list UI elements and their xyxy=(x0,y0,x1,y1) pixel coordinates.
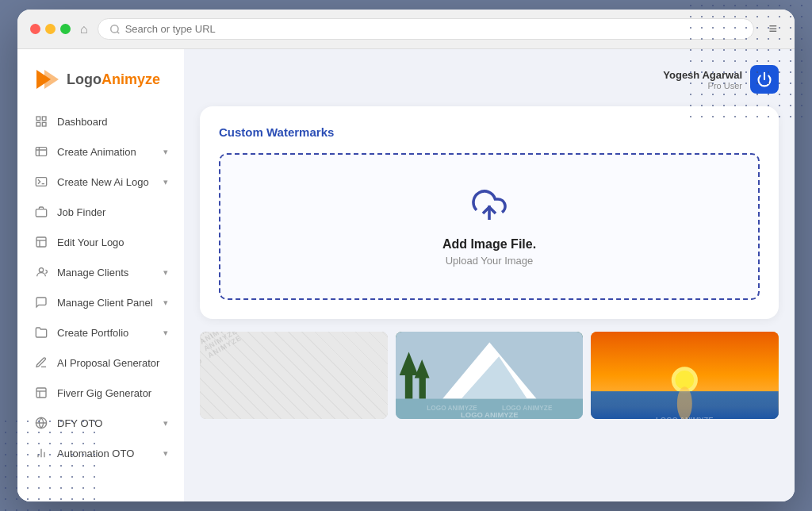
logo-text-animyze: Animyze xyxy=(102,71,160,87)
logo-icon xyxy=(33,65,62,94)
sidebar-item-create-animation-label: Create Animation xyxy=(57,146,136,158)
svg-rect-8 xyxy=(36,178,46,186)
sidebar-item-create-animation[interactable]: Create Animation ▾ xyxy=(17,136,184,167)
thumbnail-watermark[interactable]: LOGO ANIMYZE LOGO ANIMYZE LOGO ANIMYZE L… xyxy=(200,332,388,419)
svg-rect-11 xyxy=(36,237,46,247)
sidebar-item-ai-proposal-label: AI Proposal Generator xyxy=(57,357,159,369)
sidebar-item-edit-logo[interactable]: Edit Your Logo xyxy=(17,227,184,257)
svg-rect-5 xyxy=(42,122,46,126)
home-icon[interactable]: ⌂ xyxy=(80,22,88,36)
sidebar-item-job-finder-label: Job Finder xyxy=(57,206,105,218)
sidebar-item-automation-label: Automation OTO xyxy=(57,448,134,459)
dot-green[interactable] xyxy=(60,24,71,34)
thumbnail-sunset[interactable]: LOGO ANIMYZE xyxy=(591,332,779,419)
svg-point-12 xyxy=(39,268,43,272)
dot-yellow[interactable] xyxy=(45,24,56,34)
user-avatar[interactable] xyxy=(750,65,779,94)
upload-cloud-icon xyxy=(470,186,508,228)
svg-text:LOGO ANIMYZE: LOGO ANIMYZE xyxy=(502,405,553,412)
svg-text:LOGO ANIMYZE: LOGO ANIMYZE xyxy=(656,415,714,419)
sidebar-item-ai-proposal[interactable]: AI Proposal Generator xyxy=(17,348,184,378)
chevron-down-icon-5: ▾ xyxy=(163,328,168,338)
main-content: Yogesh Agarwal Pro User Custom Watermark… xyxy=(184,49,795,501)
sidebar-item-dashboard[interactable]: Dashboard xyxy=(17,106,184,136)
search-icon xyxy=(109,24,121,35)
sidebar-item-client-panel-label: Manage Client Panel xyxy=(57,297,153,309)
sidebar-nav: Dashboard Create Animation ▾ Create New … xyxy=(17,106,184,468)
automation-icon xyxy=(33,445,49,461)
user-role: Pro User xyxy=(663,81,742,90)
svg-rect-10 xyxy=(36,209,46,217)
browser-chrome: ⌂ ≡ xyxy=(17,10,795,49)
sidebar: LogoAnimyze Dashboard Create Animation ▾ xyxy=(17,49,184,501)
sidebar-item-create-portfolio[interactable]: Create Portfolio ▾ xyxy=(17,317,184,348)
chevron-down-icon-6: ▾ xyxy=(163,418,168,428)
sidebar-item-portfolio-label: Create Portfolio xyxy=(57,327,128,339)
dfy-icon xyxy=(33,415,49,431)
proposal-icon xyxy=(33,355,49,371)
browser-window: ⌂ ≡ LogoAnimyze xyxy=(17,10,795,501)
sidebar-item-job-finder[interactable]: Job Finder xyxy=(17,197,184,227)
app-layout: LogoAnimyze Dashboard Create Animation ▾ xyxy=(17,49,795,501)
address-bar xyxy=(98,18,755,40)
user-name: Yogesh Agarwal xyxy=(663,69,742,81)
svg-rect-3 xyxy=(36,117,40,121)
animation-icon xyxy=(33,144,49,159)
upload-subtitle: Upload Your Image xyxy=(446,255,534,267)
thumbnail-landscape[interactable]: LOGO ANIMYZE LOGO ANIMYZE LOGO ANIMYZE xyxy=(396,332,584,419)
hamburger-icon[interactable]: ≡ xyxy=(764,17,782,40)
main-header: Yogesh Agarwal Pro User xyxy=(200,65,779,94)
chevron-down-icon: ▾ xyxy=(163,147,168,157)
svg-rect-13 xyxy=(36,388,46,398)
chevron-down-icon-4: ▾ xyxy=(163,298,168,308)
logo-text-logo: Logo xyxy=(67,71,102,87)
sidebar-item-manage-clients[interactable]: Manage Clients ▾ xyxy=(17,257,184,287)
thumbnails-row: LOGO ANIMYZE LOGO ANIMYZE LOGO ANIMYZE L… xyxy=(200,332,779,419)
chevron-down-icon-2: ▾ xyxy=(163,177,168,187)
sidebar-item-manage-clients-label: Manage Clients xyxy=(57,267,128,279)
job-finder-icon xyxy=(33,204,49,220)
svg-rect-7 xyxy=(36,148,46,156)
svg-text:LOGO ANIMYZE: LOGO ANIMYZE xyxy=(461,410,519,419)
sidebar-item-fiverr-gig[interactable]: Fiverr Gig Generator xyxy=(17,378,184,408)
url-input[interactable] xyxy=(125,23,743,35)
sidebar-item-create-ai-logo[interactable]: Create New Ai Logo ▾ xyxy=(17,167,184,197)
ai-logo-icon xyxy=(33,174,49,190)
upload-title: Add Image File. xyxy=(442,237,536,252)
client-panel-icon xyxy=(33,294,49,310)
svg-rect-4 xyxy=(42,117,46,121)
upload-zone[interactable]: Add Image File. Upload Your Image xyxy=(219,153,760,300)
sidebar-item-manage-client-panel[interactable]: Manage Client Panel ▾ xyxy=(17,287,184,317)
manage-clients-icon xyxy=(33,264,49,280)
svg-point-0 xyxy=(110,25,117,32)
browser-dots xyxy=(30,24,71,34)
sidebar-item-fiverr-label: Fiverr Gig Generator xyxy=(57,387,151,399)
svg-text:LOGO ANIMYZE: LOGO ANIMYZE xyxy=(427,405,477,412)
user-info: Yogesh Agarwal Pro User xyxy=(663,69,742,90)
svg-point-36 xyxy=(677,386,692,419)
dashboard-icon xyxy=(33,113,49,129)
edit-logo-icon xyxy=(33,234,49,250)
card-title: Custom Watermarks xyxy=(219,125,760,139)
fiverr-icon xyxy=(33,385,49,401)
sidebar-logo: LogoAnimyze xyxy=(17,62,184,106)
sidebar-item-dashboard-label: Dashboard xyxy=(57,116,108,128)
sidebar-item-edit-logo-label: Edit Your Logo xyxy=(57,236,124,248)
watermarks-card: Custom Watermarks Add Image File. Upload… xyxy=(200,106,779,319)
sidebar-item-dfy-label: DFY OTO xyxy=(57,417,102,429)
portfolio-icon xyxy=(33,325,49,340)
sidebar-item-dfy-oto[interactable]: DFY OTO ▾ xyxy=(17,408,184,438)
svg-rect-26 xyxy=(419,375,425,399)
sidebar-item-ai-logo-label: Create New Ai Logo xyxy=(57,176,149,188)
svg-rect-6 xyxy=(36,122,40,126)
dot-red[interactable] xyxy=(30,24,40,34)
svg-marker-2 xyxy=(44,70,59,89)
chevron-down-icon-7: ▾ xyxy=(163,448,168,459)
sidebar-item-automation-oto[interactable]: Automation OTO ▾ xyxy=(17,438,184,468)
chevron-down-icon-3: ▾ xyxy=(163,267,168,278)
